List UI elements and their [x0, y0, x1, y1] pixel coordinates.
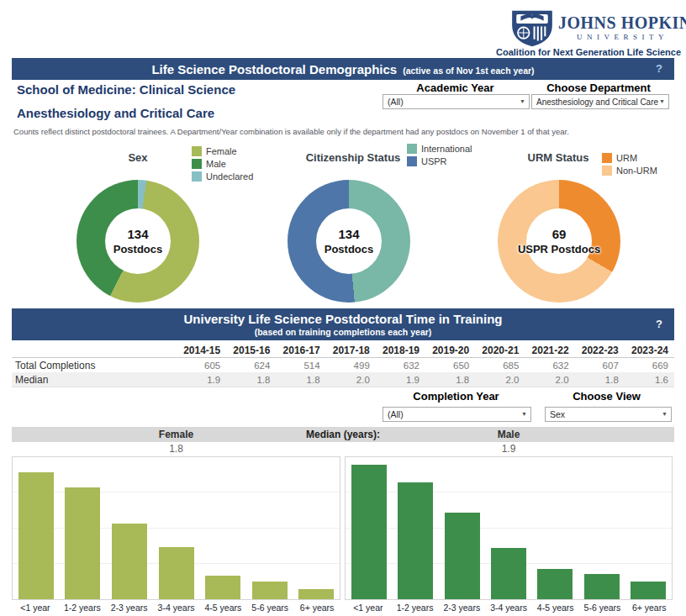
table-cell[interactable]: 650 [425, 361, 475, 371]
legend-item[interactable]: Undeclared [192, 171, 253, 182]
bar[interactable] [445, 513, 480, 599]
sex-chart-title: Sex [71, 151, 205, 164]
table-col-header[interactable]: 2019-20 [425, 345, 475, 356]
academic-year-dropdown[interactable]: (All) ▼ [383, 94, 530, 109]
bar[interactable] [491, 548, 526, 599]
bar-column [246, 582, 293, 599]
choose-department-value: Anesthesiology and Critical Care [536, 97, 658, 107]
table-col-header[interactable]: 2022-23 [575, 345, 625, 356]
bar-column [293, 589, 340, 599]
legend-label: Non-URM [616, 166, 657, 176]
table-col-header[interactable]: 2018-19 [376, 345, 425, 356]
table-row: Total Completions60562451449963265068563… [12, 358, 674, 372]
citizenship-legend: InternationalUSPR [407, 144, 472, 166]
table-cell[interactable]: 685 [475, 361, 525, 371]
table-col-header[interactable]: 2020-21 [475, 345, 525, 356]
table-cell[interactable]: 669 [625, 361, 674, 371]
demographics-title: Life Science Postdoctoral Demographics [151, 62, 397, 76]
choose-view-label: Choose View [543, 390, 670, 403]
urm-donut-center-label: 69 USPR Postdocs [498, 180, 620, 303]
x-axis-label: 2-3 years [106, 603, 153, 614]
table-cell[interactable]: 2.0 [525, 375, 574, 385]
x-axis-label: 6+ years [625, 603, 673, 614]
table-cell[interactable]: 1.8 [276, 375, 325, 385]
legend-item[interactable]: Non-URM [602, 166, 657, 176]
table-cell[interactable]: 2.0 [475, 375, 525, 385]
table-cell[interactable]: 1.9 [177, 375, 226, 385]
bar-column [439, 513, 485, 599]
table-cell[interactable]: 1.8 [425, 375, 475, 385]
table-col-header[interactable]: 2014-15 [177, 345, 226, 356]
bar-column [625, 582, 672, 599]
table-cell[interactable]: 1.6 [625, 375, 674, 385]
urm-donut-chart[interactable]: 69 USPR Postdocs [498, 180, 620, 303]
female-bar-chart [12, 456, 340, 600]
male-bar-chart [345, 456, 673, 600]
legend-item[interactable]: Male [192, 159, 253, 169]
table-cell[interactable]: 1.8 [575, 375, 625, 385]
bar[interactable] [205, 576, 240, 599]
table-cell[interactable]: 624 [226, 361, 276, 371]
table-row-label: Total Completions [12, 360, 177, 371]
table-cell[interactable]: 607 [575, 361, 625, 371]
table-cell[interactable]: 514 [276, 361, 325, 371]
male-x-axis: <1 year1-2 years2-3 years3-4 years4-5 ye… [345, 603, 673, 614]
department-heading: Anesthesiology and Critical Care [17, 106, 214, 120]
dashboard: JOHNS HOPKINS UNIVERSITY Coalition for N… [0, 0, 686, 616]
bar[interactable] [398, 482, 433, 599]
completions-table: 2014-152015-162016-172017-182018-192019-… [12, 343, 674, 387]
legend-swatch-icon [192, 146, 202, 156]
x-axis-label: 2-3 years [438, 603, 485, 614]
table-cell[interactable]: 499 [326, 361, 376, 371]
x-axis-label: 1-2 years [392, 603, 439, 614]
table-cell[interactable]: 1.9 [376, 375, 425, 385]
completion-year-label: Completion Year [383, 390, 530, 403]
legend-label: URM [616, 153, 637, 163]
citizenship-donut-center-label: 134 Postdocs [288, 180, 410, 303]
table-col-header[interactable]: 2016-17 [276, 345, 325, 356]
choose-view-dropdown[interactable]: Sex ▼ [545, 407, 672, 422]
legend-item[interactable]: International [407, 144, 472, 154]
table-col-header[interactable]: 2017-18 [326, 345, 376, 356]
legend-label: International [421, 144, 472, 154]
chevron-down-icon: ▼ [520, 98, 525, 104]
table-cell[interactable]: 605 [177, 361, 226, 371]
sex-donut-chart[interactable]: 134 Postdocs [77, 180, 199, 303]
bar[interactable] [631, 582, 666, 599]
table-cell[interactable]: 632 [525, 361, 574, 371]
table-col-header[interactable]: 2021-22 [525, 345, 574, 356]
legend-item[interactable]: USPR [407, 156, 472, 166]
bar[interactable] [351, 465, 387, 599]
x-axis-label: 1-2 years [59, 603, 106, 614]
coalition-tagline: Coalition for Next Generation Life Scien… [496, 47, 674, 57]
bar[interactable] [18, 472, 54, 599]
academic-year-value: (All) [388, 97, 404, 107]
demographics-banner: Life Science Postdoctoral Demographics (… [12, 58, 674, 80]
bar[interactable] [112, 524, 147, 599]
urm-legend: URMNon-URM [602, 153, 657, 176]
male-column-header: Male [345, 427, 673, 442]
help-icon[interactable]: ? [656, 58, 662, 80]
bar[interactable] [65, 487, 100, 599]
table-col-header[interactable]: 2015-16 [226, 345, 276, 356]
citizenship-donut-chart[interactable]: 134 Postdocs [288, 180, 410, 303]
table-cell[interactable]: 2.0 [326, 375, 376, 385]
help-icon[interactable]: ? [656, 308, 662, 340]
table-cell[interactable]: 1.8 [226, 375, 276, 385]
legend-label: Female [206, 146, 237, 156]
bar[interactable] [159, 547, 194, 599]
bar[interactable] [537, 569, 573, 599]
bar[interactable] [252, 582, 288, 599]
jhu-wordmark: JOHNS HOPKINS [558, 13, 678, 33]
completion-year-dropdown[interactable]: (All) ▼ [383, 407, 531, 422]
table-cell[interactable]: 632 [376, 361, 425, 371]
legend-label: Male [206, 159, 226, 169]
bar-column [153, 547, 200, 599]
choose-department-dropdown[interactable]: Anesthesiology and Critical Care ▼ [531, 94, 669, 109]
legend-swatch-icon [407, 144, 417, 154]
bar[interactable] [584, 574, 620, 599]
table-col-header[interactable]: 2023-24 [625, 345, 674, 356]
bar[interactable] [298, 589, 334, 599]
legend-item[interactable]: Female [192, 146, 253, 156]
legend-item[interactable]: URM [602, 153, 657, 163]
